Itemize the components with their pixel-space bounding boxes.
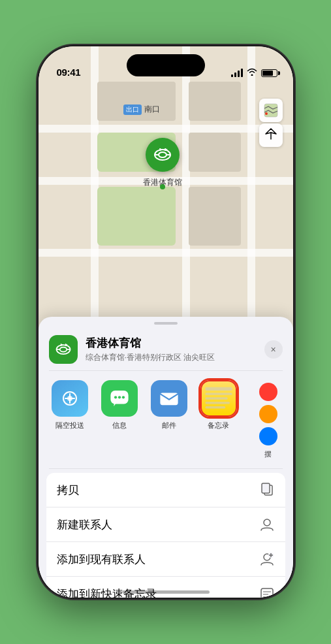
map-label-badge: 出口 [123,105,142,115]
close-button[interactable]: × [264,340,283,359]
svg-point-33 [264,519,270,526]
map-area: 出口 南口 [39,46,293,327]
share-item-airdrop[interactable]: 隔空投送 [46,380,93,459]
svg-point-22 [114,396,116,398]
map-type-button[interactable] [259,99,283,122]
svg-point-19 [67,396,72,401]
pin-circle [146,138,180,172]
svg-rect-27 [205,393,232,394]
messages-icon [101,380,138,417]
location-button[interactable] [259,123,283,147]
action-item-add-existing[interactable]: 添加到现有联系人 [46,542,285,577]
mail-icon [151,380,187,417]
svg-point-1 [265,112,268,115]
battery-icon [261,69,277,77]
action-add-existing-text: 添加到现有联系人 [57,552,259,567]
status-time: 09:41 [57,67,81,78]
location-arrow-icon [265,128,277,142]
action-new-contact-text: 新建联系人 [57,517,259,532]
action-item-copy[interactable]: 拷贝 [46,473,285,507]
action-list: 拷贝 新建联系人 [46,473,285,598]
share-item-more[interactable]: 摆 [245,380,292,459]
home-indicator [122,590,210,594]
copy-icon [259,482,275,498]
svg-rect-32 [262,483,270,493]
new-contact-icon [259,517,275,532]
status-icons [231,68,277,78]
airdrop-label: 隔空投送 [55,421,84,430]
svg-rect-29 [205,402,230,404]
svg-marker-7 [160,148,163,151]
location-header: 香港体育馆 综合体育馆·香港特别行政区 油尖旺区 × [39,327,293,370]
wifi-icon [247,68,257,78]
svg-rect-28 [205,397,227,399]
signal-icon [231,69,243,77]
sheet-handle [154,322,178,325]
more-label: 摆 [264,449,272,459]
bottom-sheet: 香港体育馆 综合体育馆·香港特别行政区 油尖旺区 × [39,317,293,598]
location-name: 香港体育馆 [86,336,257,351]
svg-rect-26 [205,387,232,391]
share-row: 隔空投送 信息 [39,371,293,468]
svg-point-3 [159,152,166,157]
phone-frame: 09:41 [39,46,293,598]
svg-point-24 [121,396,124,398]
svg-marker-15 [61,344,63,346]
action-copy-text: 拷贝 [57,483,259,498]
svg-point-23 [118,396,120,398]
divider-2 [49,468,283,469]
phone-screen: 09:41 [39,46,293,598]
share-item-notes[interactable]: 备忘录 [195,380,242,459]
add-note-icon [259,586,275,598]
messages-label: 信息 [112,421,127,430]
location-subtitle: 综合体育馆·香港特别行政区 油尖旺区 [86,352,257,363]
action-item-add-note[interactable]: 添加到新快速备忘录 [46,577,285,598]
dynamic-island [127,54,205,76]
location-icon [49,335,78,364]
notes-icon [200,380,237,417]
notes-label: 备忘录 [208,421,229,430]
add-existing-icon [259,551,275,567]
map-controls [259,99,283,147]
svg-rect-38 [261,588,273,598]
action-item-new-contact[interactable]: 新建联系人 [46,507,285,542]
map-label-text: 南口 [144,104,160,115]
svg-rect-30 [205,406,225,408]
svg-point-11 [59,347,67,352]
airdrop-icon [52,380,88,417]
map-label: 出口 南口 [123,104,160,115]
share-item-mail[interactable]: 邮件 [146,380,193,459]
mail-label: 邮件 [162,421,176,430]
share-item-messages[interactable]: 信息 [96,380,143,459]
stadium-pin[interactable]: 香港体育馆 [143,138,182,188]
